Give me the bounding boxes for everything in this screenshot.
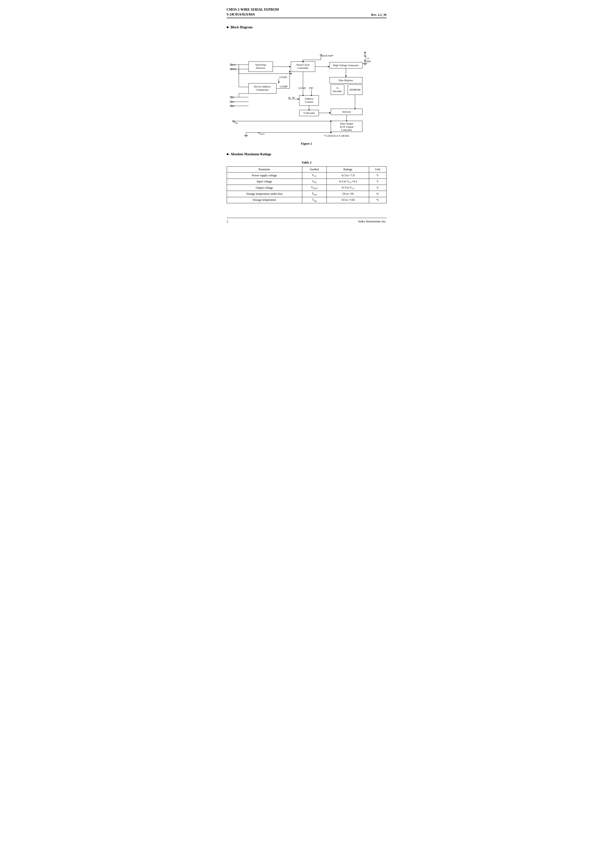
vcc-label: VCC [365,56,370,60]
block-diagram-heading: Block Diagram [227,25,387,29]
ack-output-label: ACK Output [339,125,353,128]
svg-marker-9 [328,66,330,67]
comp-label: COMP [280,85,288,88]
table-row: Output voltage VOUT -0.3 to VCC V [227,184,386,191]
rat-vcc: -0.3 to +7.0 [327,172,369,178]
table-row: Storage temperature under bias Tbias -50… [227,191,386,197]
param-output-voltage: Output voltage [227,184,302,191]
device-address-label2: Comparator [256,88,269,91]
sym-vout: VOUT [302,184,327,191]
svg-marker-12 [345,76,347,77]
company-name: Seiko Instruments Inc. [358,220,386,223]
diagram-svg: SCL SDA Start/Stop Detector Serial Clock… [227,34,392,138]
sym-tstg: Tstg [302,197,327,203]
start-stop-label: Start/Stop [255,63,266,66]
address-counter-label2: Counter [305,100,313,103]
svg-marker-55 [329,112,331,114]
sym-vin: VIN [302,178,327,184]
unit-tstg: °C [369,197,386,203]
page-header: CMOS 2-WIRE SERIAL EEPROM S-24C01A/02A/0… [227,7,387,18]
selector-label: Selector [342,110,351,113]
inc-label: INC [309,87,314,89]
load2-label: LOAD [299,87,306,89]
y-decoder-label: Y Decoder [303,112,315,114]
device-address-label: Device Address [254,85,271,88]
figure-caption: Figure 2 [227,142,387,146]
svg-marker-21 [364,51,366,53]
svg-marker-44 [298,98,299,100]
load-label: LOAD [280,76,287,79]
dout-label: DOUT [258,131,265,135]
data-output-label: Data Output [340,122,353,125]
unit-vin: V [369,178,386,184]
table-caption: Table 2 [227,161,387,164]
param-input-voltage: Input voltage [227,178,302,184]
block-diagram: SCL SDA Start/Stop Detector Serial Clock… [227,34,387,139]
x-decoder-label2: Decoder [333,90,342,93]
address-counter-label: Address [305,97,313,100]
param-storage-temp: Storage temperature [227,197,302,203]
unit-vout: V [369,184,386,191]
rat-vin: -0.3 to VCC+0.3 [327,178,369,184]
x-decoder-label: X [336,87,338,89]
sym-vcc: VCC [302,172,327,178]
col-ratings: Ratings [327,167,369,172]
document-title: CMOS 2-WIRE SERIAL EEPROM S-24C01A/02A/0… [227,7,279,17]
high-voltage-label: High-Voltage Generator [333,64,359,67]
footnote: * S-24C02A or S-24C04A [324,135,350,137]
serial-clock-label2: Controller [297,67,308,69]
controller-label: Controller [341,129,352,131]
rat-vout: -0.3 to VCC [327,184,369,191]
svg-marker-70 [330,132,332,133]
unit-tbias: °C [369,191,386,197]
table-row: Input voltage VIN -0.3 to VCC+0.3 V [227,178,386,184]
svg-marker-6 [289,66,291,67]
table-row: Power supply voltage VCC -0.3 to +7.0 V [227,172,386,178]
serial-clock-label: Serial Clock [296,63,310,66]
rat-tbias: -50 to +95 [327,191,369,197]
col-unit: Unit [369,167,386,172]
svg-marker-30 [278,82,280,83]
abs-max-heading: Absolute Maximum Ratings [227,152,387,156]
eeprom-label: EEPROM [350,88,361,91]
start-stop-label2: Detector [256,67,265,69]
sym-tbias: Tbias [302,191,327,197]
revision-label: Rev. 2.2_30 [371,13,386,17]
abs-max-table: Parameter Symbol Ratings Unit Power supp… [227,166,387,203]
col-symbol: Symbol [302,167,327,172]
page-number: 2 [227,220,228,223]
rat-tstg: -65 to +150 [327,197,369,203]
svg-marker-34 [289,70,290,72]
svg-marker-18 [302,61,304,63]
unit-vcc: V [369,172,386,178]
param-storage-bias: Storage temperature under bias [227,191,302,197]
svg-marker-68 [330,120,332,122]
svg-marker-77 [290,73,292,74]
rw-label: R / W [288,96,295,99]
col-parameter: Parameter [227,167,302,172]
table-row: Storage temperature Tstg -65 to +150 °C [227,197,386,203]
test-wp-label: TEST/WP* [321,54,333,57]
data-register-label: Data Register [338,79,353,82]
page-footer: 2 Seiko Instruments Inc. [227,218,387,223]
param-power-supply: Power supply voltage [227,172,302,178]
